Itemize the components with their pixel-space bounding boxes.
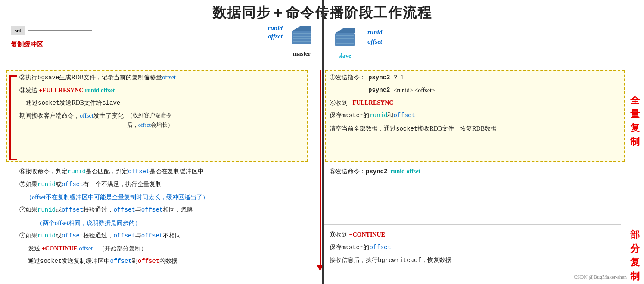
slave-offset-label: offset [367, 38, 382, 45]
right-line2: psync2 <runid> <offset> [330, 84, 622, 97]
right-psync2-params1: ？-1 [392, 72, 404, 82]
svg-rect-0 [292, 31, 311, 44]
right-content-lower: ⑤发送命令：psync2 runid offset [330, 165, 614, 178]
buffer-label: 复制缓冲区 [11, 41, 101, 49]
slave-info: runid offset [367, 29, 382, 45]
right-header: slave runid offset [322, 22, 644, 59]
master-server-icon [288, 22, 316, 50]
slave-label: slave [339, 53, 352, 59]
full-char-1: 全 [630, 94, 640, 107]
left-header: set 复制缓冲区 runid offset [0, 22, 322, 59]
left-line4: 期间接收客户端命令，offset发生了变化 （收到客户端命令后，offset会增… [13, 109, 314, 131]
svg-marker-8 [335, 28, 355, 33]
svg-rect-7 [335, 33, 355, 46]
vertical-divider [322, 0, 324, 284]
left-line12: 通过socket发送复制缓冲区中offset到offset的数据 [13, 255, 319, 268]
right-line7: ⑧收到 +CONTINUE [330, 228, 605, 241]
right-line1: ①发送指令： psync2 ？-1 [330, 71, 622, 84]
right-line8: 保存master的offset [330, 241, 605, 254]
right-line3: ④收到 +FULLRESYNC [330, 97, 622, 109]
red-bracket-bottom [9, 159, 17, 160]
right-line6: ⑤发送命令：psync2 runid offset [330, 165, 614, 178]
set-line [28, 30, 92, 31]
red-bracket-vertical [9, 75, 11, 159]
left-line1: ②执行bgsave生成RDB文件，记录当前的复制偏移量offset [13, 71, 314, 84]
left-line10: ⑦如果runid或offset校验通过，offset与offset不相同 [13, 229, 319, 242]
left-line3-text: 通过socket发送RDB文件给slave [26, 100, 120, 106]
master-runid-label: runid [268, 25, 283, 32]
section-divider-left [6, 164, 319, 164]
full-sync-label: 全 量 复 制 [628, 70, 642, 172]
master-label: master [293, 50, 311, 57]
left-line8: ⑦如果runid或offset校验通过，offset与offset相同，忽略 [13, 203, 319, 216]
right-line9: 接收信息后，执行bgrewriteaof，恢复数据 [330, 254, 605, 267]
right-content-partial: ⑧收到 +CONTINUE 保存master的offset 接收信息后，执行bg… [330, 228, 605, 267]
left-header-info: set 复制缓冲区 [11, 26, 101, 49]
master-info: runid offset m [268, 22, 316, 57]
right-content: ①发送指令： psync2 ？-1 psync2 <runid> <offset… [330, 71, 622, 135]
partial-char-2: 分 [630, 242, 640, 255]
left-line3: 通过socket发送RDB文件给slave [13, 97, 314, 109]
svg-marker-1 [292, 26, 311, 31]
left-line9: （两个offset相同，说明数据是同步的） [13, 217, 319, 229]
left-line4-note: （收到客户端命令后，offset会增长） [127, 111, 173, 129]
right-side-labels: 全 量 复 制 部 分 复 制 [628, 70, 642, 284]
left-content: ②执行bgsave生成RDB文件，记录当前的复制偏移量offset ③发送 +F… [13, 71, 314, 131]
partial-sync-label: 部 分 复 制 [628, 172, 642, 284]
full-char-3: 复 [630, 122, 640, 134]
left-content-lower: ⑥接收命令，判定runid是否匹配，判定offset是否在复制缓冲区中 ⑦如果r… [13, 165, 319, 268]
red-flow-line [320, 70, 321, 266]
right-psync2-cmd2: psync2 [368, 85, 390, 95]
left-line6: ⑦如果runid或offset有一个不满足，执行全量复制 [13, 178, 319, 191]
slave-server: slave [331, 25, 359, 59]
set-box: set [11, 26, 25, 35]
full-char-2: 量 [630, 108, 640, 121]
full-char-4: 制 [630, 135, 640, 148]
master-server: master [288, 22, 316, 57]
red-bracket-top [9, 75, 17, 77]
partial-char-4: 制 [630, 270, 640, 283]
slave-server-icon [331, 25, 359, 53]
section-divider-right [324, 164, 621, 164]
section-divider-right2 [324, 224, 621, 225]
partial-char-3: 复 [630, 256, 640, 269]
left-line11: 发送 +CONTINUE offset （开始部分复制） [13, 242, 319, 255]
left-line7: （offset不在复制缓冲区中可能是全量复制时间太长，缓冲区溢出了） [13, 191, 319, 203]
left-line2-text: ③发送 +FULLRESYNC runid offset [19, 87, 115, 94]
left-line4-text: 期间接收客户端命令，offset发生了变化 [19, 111, 124, 121]
main-container: 数据同步＋命令传播阶段工作流程 set 复制缓冲区 runid offset [0, 0, 644, 284]
left-line5: ⑥接收命令，判定runid是否匹配，判定offset是否在复制缓冲区中 [13, 165, 319, 178]
right-line5: 清空当前全部数据，通过socket接收RDB文件，恢复RDB数据 [330, 122, 622, 135]
master-offset-label: offset [268, 33, 283, 40]
set-line2 [37, 37, 101, 37]
right-psync2-params2: <runid> <offset> [393, 85, 435, 95]
right-line4: 保存master的runid和offset [330, 109, 622, 122]
left-line1-text: ②执行bgsave生成RDB文件，记录当前的复制偏移量offset [19, 74, 176, 81]
left-line2: ③发送 +FULLRESYNC runid offset [13, 84, 314, 97]
csdn-footer: CSDN @BugMaker-shen [574, 274, 627, 281]
partial-char-1: 部 [630, 228, 640, 241]
right-psync2-cmd1: psync2 [368, 73, 390, 83]
slave-runid-label: runid [367, 29, 382, 36]
